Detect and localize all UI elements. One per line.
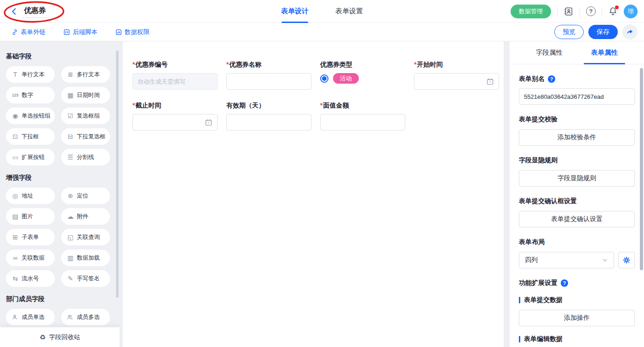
field-item-member-single[interactable]: 成员单选 [6,309,55,325]
field-label: *优惠券编号 [132,61,218,69]
field-item-multi-select[interactable]: ⊟ 下拉复选框 [61,128,110,145]
tab-form-design[interactable]: 表单设计 [281,0,309,23]
field-item-relation-data[interactable]: ∞ 关联数据 [6,250,55,266]
member-multi-icon [67,314,74,320]
field-recycle-bin[interactable]: ♻ 字段回收站 [0,327,120,347]
radio-selected[interactable] [320,74,328,83]
backend-script-action[interactable]: 后端脚本 [63,28,98,36]
help-badge-icon[interactable]: ? [548,75,555,83]
layout-select[interactable]: 四列 [519,252,614,268]
field-label: *开始时间 [414,61,499,69]
field-item-datetime[interactable]: ▦ 日期时间 [61,87,110,103]
field-item-image[interactable]: ▤ 图片 [6,208,55,225]
recycle-label: 字段回收站 [49,333,80,341]
field-item-label: 成员多选 [77,313,100,321]
field-item-checkbox-group[interactable]: ☑ 复选框组 [61,108,110,124]
field-item-number[interactable]: 123 数字 [6,87,55,103]
field-end-time[interactable]: *截止时间 7 [132,102,218,131]
field-item-label: 下拉框 [22,133,39,141]
field-item-label: 流水号 [22,275,39,283]
field-item-subform[interactable]: ⊞ 子表单 [6,229,55,245]
back-button[interactable] [10,7,18,16]
layout-settings-button[interactable] [618,252,635,268]
form-alias-label: 表单别名 ? [519,75,635,83]
header-left: 优惠券 [0,5,49,18]
submit-confirm-button[interactable]: 表单提交确认设置 [519,211,635,228]
form-fields-grid: *优惠券编号 *优惠券名称 优惠券类型 活动 *开始时间 [132,61,494,131]
save-button[interactable]: 保存 [588,25,618,39]
field-item-signature[interactable]: ✎ 手写签名 [61,270,110,287]
tab-form-settings[interactable]: 表单设置 [335,0,363,23]
accent-bar [519,336,520,342]
field-item-member-multi[interactable]: 成员多选 [61,309,110,325]
field-label: 有效期（天） [226,102,311,110]
tab-form-properties[interactable]: 表单属性 [591,41,618,64]
field-start-time[interactable]: *开始时间 7 [414,61,499,90]
data-manage-button[interactable]: 数据管理 [511,5,551,18]
field-item-label: 多行文本 [77,71,100,79]
field-item-ext-button[interactable]: ▭ 扩展按钮 [6,149,55,165]
submit-confirm-label: 表单提交确认框设置 [519,197,635,205]
single-text-icon: T [12,71,19,78]
submit-data-add-action-button[interactable]: 添加操作 [519,310,635,326]
required-mark: * [414,61,416,68]
field-item-label: 复选框组 [77,112,100,120]
datetime-icon: ▦ [67,92,74,98]
field-item-select[interactable]: ⊡ 下拉框 [6,128,55,145]
field-item-relation-query[interactable]: ◱ 关联查询 [61,229,110,245]
help-icon[interactable]: ? [586,6,596,16]
function-extension-label: 功能扩展设置 ? [519,279,635,287]
form-canvas[interactable]: *优惠券编号 *优惠券名称 优惠券类型 活动 *开始时间 [123,41,504,347]
field-item-locate[interactable]: ⊕ 定位 [61,188,110,204]
panel-scrollbar[interactable] [640,68,643,270]
sidebar-content: 基础字段 T 单行文本 ≣ 多行文本 123 数字 ▦ 日期时间 [0,41,120,335]
field-coupon-type[interactable]: 优惠券类型 活动 [320,61,405,90]
field-item-attachment[interactable]: ☁ 附件 [61,208,110,225]
notification-bell[interactable] [608,6,618,16]
panel-tabs: 字段属性 表单属性 [510,41,644,64]
activity-badge[interactable]: 活动 [333,73,359,84]
field-valid-days[interactable]: 有效期（天） [226,102,311,131]
panel-body: 表单别名 ? 表单提交校验 添加校验条件 字段显隐规则 字段显隐规则 表单提交确… [510,64,644,347]
page-title[interactable]: 优惠券 [23,5,49,18]
calendar-icon[interactable]: 7 [486,78,494,85]
valid-days-input[interactable] [226,114,311,131]
field-visibility-button[interactable]: 字段显隐规则 [519,170,635,187]
field-face-value[interactable]: *面值金额 [320,102,405,131]
face-value-input[interactable] [320,114,405,131]
avatar[interactable]: 理 [624,5,638,18]
data-permission-label: 数据权限 [125,28,150,36]
field-item-radio-group[interactable]: ◉ 单选按钮组 [6,108,55,124]
field-item-data-load[interactable]: ▥ 数据加载 [61,250,110,266]
start-time-input[interactable]: 7 [414,73,499,90]
data-permission-action[interactable]: 数据权限 [115,28,150,36]
field-item-address[interactable]: ◎ 地址 [6,188,55,204]
chevron-left-icon [10,7,18,16]
share-button[interactable] [622,24,638,40]
add-validation-button[interactable]: 添加校验条件 [519,129,635,146]
end-time-input[interactable]: 7 [132,114,218,131]
form-alias-input[interactable] [519,88,635,105]
field-library-sidebar: 基础字段 T 单行文本 ≣ 多行文本 123 数字 ▦ 日期时间 [0,41,120,347]
checkbox-group-icon: ☑ [67,113,74,119]
field-item-single-text[interactable]: T 单行文本 [6,66,55,83]
coupon-code-input [132,73,218,90]
preview-button[interactable]: 预览 [554,25,584,39]
field-item-multi-text[interactable]: ≣ 多行文本 [61,66,110,83]
header-right: 数据管理 ? 理 [511,5,644,18]
field-label: *面值金额 [320,102,405,110]
field-item-serial-number[interactable]: ⇆ 流水号 [6,270,55,287]
multi-text-icon: ≣ [67,71,74,78]
help-badge-icon[interactable]: ? [561,279,568,287]
field-item-divider-line[interactable]: ☰ 分割线 [61,149,110,165]
contacts-icon[interactable] [564,6,574,17]
field-coupon-code[interactable]: *优惠券编号 [132,61,218,90]
coupon-name-input[interactable] [226,73,311,90]
field-coupon-name[interactable]: *优惠券名称 [226,61,311,90]
accent-bar [519,297,520,303]
sidebar-scrollbar[interactable] [116,51,119,298]
form-layout-label: 表单布局 [519,238,635,246]
external-link-action[interactable]: 表单外链 [11,28,46,36]
tab-field-properties[interactable]: 字段属性 [536,41,563,64]
calendar-icon[interactable]: 7 [205,119,213,126]
